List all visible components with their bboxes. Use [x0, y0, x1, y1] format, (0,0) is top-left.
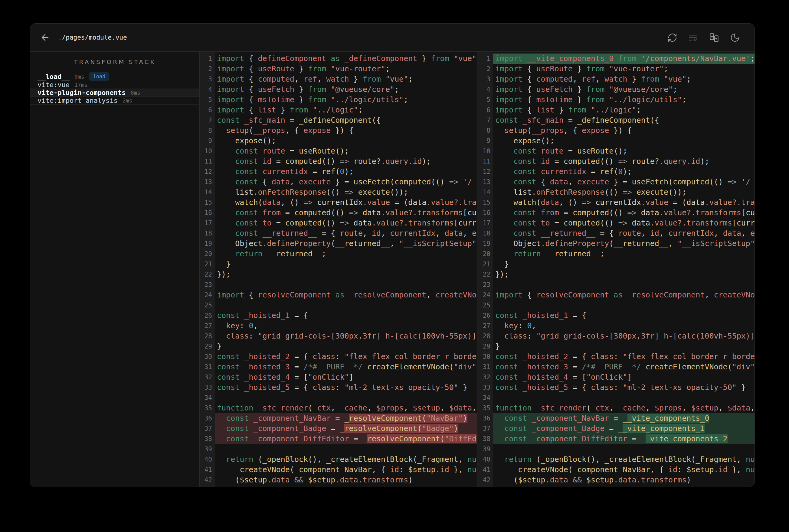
code-line: watch(data, () => currentIdx.value = (da…: [493, 197, 754, 208]
line-number: 10: [477, 146, 493, 156]
line-number: 13: [200, 177, 215, 187]
wrap-lines-button[interactable]: [688, 33, 698, 43]
moon-icon: [730, 33, 740, 43]
line-number: 24: [200, 290, 215, 300]
code-line: Object.defineProperty(__returned__, "__i…: [215, 239, 477, 249]
code-after[interactable]: import __vite_components_0 from '/compon…: [493, 52, 754, 487]
line-number: 23: [200, 280, 215, 290]
code-line: return (_openBlock(), _createElementBloc…: [215, 454, 477, 464]
back-button[interactable]: [40, 32, 50, 43]
code-line: const __returned__ = { route, id, curren…: [215, 228, 477, 239]
code-line: const _component_NavBar = _resolveCompon…: [215, 413, 477, 423]
line-number: 35: [477, 403, 493, 413]
code-line: const _hoisted_4 = ["onClick"]: [493, 372, 754, 382]
sidebar-item-vite-import-analysis[interactable]: vite:import-analysis2ms: [30, 97, 199, 104]
line-number: 29: [477, 341, 493, 352]
line-number: 4: [477, 84, 493, 95]
wrap-lines-icon: [688, 33, 698, 43]
code-line: import { useRoute } from "vue-router";: [493, 64, 754, 74]
plugin-time: 0ms: [74, 73, 85, 80]
code-line: const route = useRoute();: [215, 146, 477, 156]
line-number: 31: [477, 362, 493, 372]
line-number: 28: [200, 331, 215, 341]
line-number: 36: [477, 413, 493, 423]
plugin-name: vite-plugin-components: [37, 89, 126, 96]
code-line: const _component_NavBar = __vite_compone…: [493, 413, 754, 423]
code-line: import { msToTime } from "../logic/utils…: [215, 95, 477, 105]
line-number: 6: [200, 105, 215, 115]
line-number: 34: [200, 393, 215, 403]
code-line: class: "grid grid-cols-[300px,3fr] h-[ca…: [493, 331, 754, 341]
code-line: setup(__props, { expose }) {: [493, 126, 754, 136]
line-number: 11: [477, 156, 493, 167]
code-line: [493, 444, 754, 454]
line-number: 8: [200, 126, 215, 136]
title-bar: ./pages/module.vue: [30, 23, 754, 52]
line-number: 11: [200, 156, 215, 167]
code-line: const _hoisted_3 = /*#__PURE__*/_createE…: [215, 362, 477, 372]
line-number: 25: [477, 300, 493, 310]
line-number: 12: [477, 167, 493, 177]
diff-panel-before[interactable]: 1234567891011121314151617181920212223242…: [200, 52, 477, 487]
code-line: import { resolveComponent as _resolveCom…: [493, 290, 754, 300]
code-line: [493, 280, 754, 290]
code-line: const currentIdx = ref(0);: [215, 167, 477, 177]
line-number: 23: [477, 280, 493, 290]
code-line: const _hoisted_1 = {: [215, 310, 477, 321]
code-line: const _sfc_main = _defineComponent({: [215, 115, 477, 126]
line-number: 2: [477, 64, 493, 74]
line-number: 39: [200, 444, 215, 454]
code-line: }: [493, 259, 754, 269]
line-number: 19: [200, 239, 215, 249]
code-line: const to = computed(() => data.value?.tr…: [215, 218, 477, 228]
line-number: 40: [477, 454, 493, 464]
line-number: 25: [200, 300, 215, 310]
code-line: const _component_DiffEditor = __vite_com…: [493, 434, 754, 444]
diff-panel-after[interactable]: 1234567891011121314151617181920212223242…: [477, 52, 754, 487]
code-before[interactable]: import { defineComponent as _defineCompo…: [215, 52, 477, 487]
side-by-side-toggle-button[interactable]: [709, 33, 719, 43]
code-line: [215, 300, 477, 310]
code-line: import { useFetch } from "@vueuse/core";: [215, 84, 477, 95]
line-number: 31: [200, 362, 215, 372]
line-number: 33: [477, 382, 493, 393]
line-number: 1: [477, 54, 493, 64]
sidebar-item-vite-vue[interactable]: vite:vue17ms: [30, 81, 199, 89]
code-line: expose();: [215, 136, 477, 146]
line-number: 26: [477, 310, 493, 321]
line-number: 21: [200, 259, 215, 269]
code-line: }: [215, 341, 477, 352]
code-line: });: [215, 269, 477, 280]
line-number: 36: [200, 413, 215, 423]
code-line: const route = useRoute();: [493, 146, 754, 156]
plugin-name: vite:vue: [37, 81, 70, 89]
code-line: [215, 444, 477, 454]
code-line: });: [493, 269, 754, 280]
line-number: 32: [200, 372, 215, 382]
code-line: Object.defineProperty(__returned__, "__i…: [493, 239, 754, 249]
inspect-window: ./pages/module.vue TRANSFORM STACK __loa…: [30, 23, 755, 487]
code-line: ($setup.data && $setup.data.transforms): [493, 475, 754, 485]
line-number: 22: [200, 269, 215, 280]
line-number: 12: [200, 167, 215, 177]
sidebar-item-load[interactable]: __load__0msload: [30, 72, 199, 81]
code-line: return (_openBlock(), _createElementBloc…: [493, 454, 754, 464]
line-number: 30: [200, 352, 215, 362]
line-number: 29: [200, 341, 215, 352]
line-number: 14: [477, 187, 493, 197]
sidebar-item-vite-plugin-components[interactable]: vite-plugin-components0ms: [30, 89, 199, 97]
code-line: import { useFetch } from "@vueuse/core";: [493, 84, 754, 95]
line-number: 17: [200, 218, 215, 228]
dark-mode-button[interactable]: [730, 33, 740, 43]
code-line: class: "grid grid-cols-[300px,3fr] h-[ca…: [215, 331, 477, 341]
arrow-left-icon: [40, 32, 50, 43]
code-line: import __vite_components_0 from '/compon…: [493, 54, 754, 64]
plugin-time: 17ms: [74, 82, 88, 88]
line-number: 18: [477, 228, 493, 239]
line-number: 16: [477, 208, 493, 218]
code-line: return __returned__;: [493, 249, 754, 259]
refresh-button[interactable]: [667, 33, 677, 43]
code-line: const id = computed(() => route?.query.i…: [493, 156, 754, 167]
line-number: 14: [200, 187, 215, 197]
code-line: _createVNode(_component_NavBar, { id: $s…: [215, 464, 477, 475]
